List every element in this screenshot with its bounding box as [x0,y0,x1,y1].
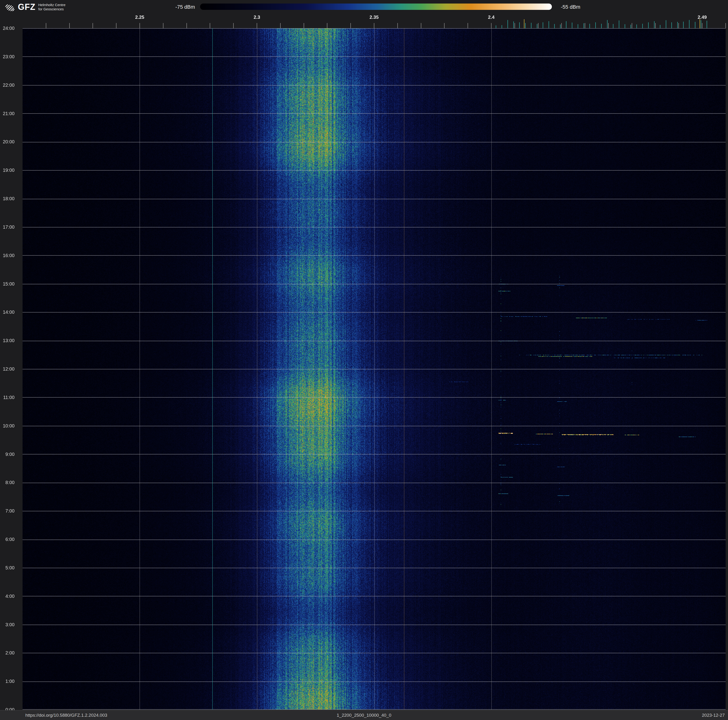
freq-tick [632,23,632,28]
freq-tick-label: 2.4 [488,15,495,20]
freq-tick [549,21,549,28]
freq-tick [524,19,525,28]
time-axis: 24:0023:0022:0021:0020:0019:0018:0017:00… [0,0,23,720]
time-tick-label: 16:00 [0,253,15,258]
time-tick-label: 15:00 [0,281,15,286]
frequency-axis: 2.252.32.352.42.49 [0,0,728,28]
time-tick-label: 8:00 [0,480,15,485]
freq-tick-label: 2.35 [370,15,379,20]
freq-tick [655,23,656,28]
freq-tick [642,24,643,28]
time-tick-label: 11:00 [0,395,15,400]
freq-tick [502,25,502,28]
freq-tick [660,25,661,28]
freq-tick [566,21,566,28]
freq-tick-label: 2.25 [135,15,144,20]
freq-tick [508,20,508,28]
freq-tick [666,20,666,28]
plot-area [23,28,726,710]
freq-tick [561,23,562,28]
freq-tick [585,23,585,28]
time-tick-label: 5:00 [0,565,15,570]
freq-tick [725,23,726,28]
freq-tick [625,24,625,28]
freq-tick [707,21,707,28]
freq-tick [537,24,537,28]
freq-tick [630,25,631,28]
freq-tick [531,23,531,28]
freq-tick [560,25,561,28]
time-tick-label: 22:00 [0,82,15,88]
freq-tick [491,23,491,28]
freq-tick [671,22,672,28]
freq-tick [468,23,468,28]
date-label: 2023-12-27 [702,713,725,718]
freq-tick [578,24,578,28]
time-tick-label: 3:00 [0,622,15,627]
freq-tick [421,23,421,28]
freq-tick [187,23,187,28]
freq-tick [543,22,543,28]
freq-tick [654,21,655,28]
freq-tick [584,23,584,28]
freq-tick [678,23,679,28]
freq-tick [648,22,648,28]
time-tick-label: 4:00 [0,593,15,599]
time-tick-label: 19:00 [0,167,15,173]
freq-tick [601,24,602,28]
freq-tick [595,22,596,28]
freq-tick [233,23,234,28]
freq-tick-label: 2.49 [698,15,707,20]
freq-tick [280,23,281,28]
freq-tick [702,23,702,28]
freq-tick [513,21,514,28]
freq-tick [397,23,398,28]
freq-tick [116,23,116,28]
freq-tick [210,23,210,28]
freq-tick [525,23,526,28]
freq-tick [444,23,445,28]
freq-tick [619,20,619,28]
freq-tick [572,23,572,28]
time-tick-label: 21:00 [0,111,15,116]
freq-tick [46,23,46,28]
time-tick-label: 6:00 [0,537,15,542]
freq-tick [69,23,70,28]
time-tick-label: 7:00 [0,508,15,514]
freq-tick [257,23,257,28]
spectrogram-canvas [23,28,726,710]
freq-tick [677,22,678,28]
time-tick-label: 20:00 [0,139,15,144]
time-tick-label: 17:00 [0,224,15,230]
time-tick-label: 24:00 [0,26,15,31]
time-tick-label: 23:00 [0,54,15,59]
freq-tick [613,24,613,28]
freq-tick [701,20,701,28]
freq-tick [589,24,590,28]
freq-tick-label: 2.3 [254,15,260,20]
time-tick-label: 9:00 [0,451,15,457]
freq-tick [700,19,700,28]
freq-tick [163,23,164,28]
freq-tick [636,25,637,28]
freq-tick [350,23,351,28]
freq-tick [608,23,609,28]
time-tick-label: 13:00 [0,338,15,343]
time-tick-label: 18:00 [0,196,15,201]
freq-tick [695,22,695,28]
freq-tick [607,20,607,28]
freq-tick [496,25,496,28]
freq-tick [304,23,304,28]
freq-tick [554,24,555,28]
freq-tick [139,23,140,28]
freq-tick [683,21,684,28]
freq-tick [538,23,538,28]
dataset-id: 1_2200_2500_10000_40_0 [0,713,728,718]
time-tick-label: 14:00 [0,309,15,315]
freq-tick [519,22,520,28]
freq-tick [514,23,515,28]
time-tick-label: 10:00 [0,423,15,428]
freq-tick [93,23,93,28]
time-tick-label: 12:00 [0,366,15,372]
freq-tick [689,20,690,28]
